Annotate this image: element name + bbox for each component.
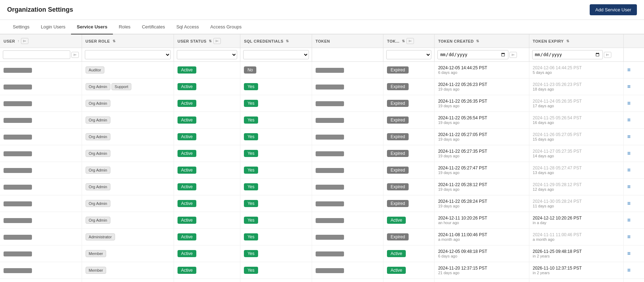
cell-actions: ≡ [623, 129, 644, 145]
col-header-tok-exp[interactable]: TOK... ⇅ ⊢ [383, 34, 435, 48]
cell-status: Active [174, 78, 240, 95]
row-menu-icon[interactable]: ≡ [627, 134, 631, 140]
cell-sql-creds: Yes [240, 162, 312, 179]
created-date-filter[interactable] [437, 50, 508, 59]
row-menu-icon[interactable]: ≡ [627, 150, 631, 156]
cell-user [0, 245, 82, 262]
sql-creds-badge: Yes [244, 150, 258, 157]
cell-actions: ≡ [623, 279, 644, 282]
sql-creds-badge: Yes [244, 233, 258, 240]
col-user-filter-btn[interactable]: ⊢ [21, 38, 28, 44]
nav-tabs: Settings Login Users Service Users Roles… [0, 20, 644, 34]
col-header-user[interactable]: USER ↑ ⊢ [0, 34, 82, 48]
row-menu-icon[interactable]: ≡ [627, 217, 631, 223]
row-menu-icon[interactable]: ≡ [627, 83, 631, 90]
sort-icon-sql: ⇅ [286, 39, 289, 43]
table-header-row: USER ↑ ⊢ USER ROLE ⇅ USER STATUS ⇅ ⊢ [0, 34, 644, 48]
status-filter-select[interactable] [177, 50, 237, 59]
cell-user [0, 279, 82, 282]
cell-actions: ≡ [623, 112, 644, 129]
col-tok-filter-btn[interactable]: ⊢ [406, 38, 414, 44]
status-badge: Active [178, 200, 196, 207]
cell-token [312, 245, 383, 262]
cell-token [312, 78, 383, 95]
cell-token-created: 2024-11-22 05:26:23 PST19 days ago [435, 78, 529, 95]
cell-sql-creds: Yes [240, 229, 312, 245]
cell-status: Active [174, 62, 240, 78]
cell-token-created: 2024-11-22 05:27:35 PST19 days ago [435, 145, 529, 162]
row-menu-icon[interactable]: ≡ [627, 267, 631, 273]
cell-token-created: 2024-11-22 05:27:05 PST19 days ago [435, 129, 529, 145]
filter-cell-status [174, 48, 240, 62]
role-badge: Org Admin [86, 83, 110, 90]
cell-token [312, 212, 383, 229]
row-menu-icon[interactable]: ≡ [627, 100, 631, 106]
filter-cell-role [82, 48, 174, 62]
table-row: AdministratorActiveYesExpired2024-11-08 … [0, 229, 644, 245]
status-badge: Active [178, 217, 196, 224]
col-header-status[interactable]: USER STATUS ⇅ ⊢ [174, 34, 240, 48]
cell-token-created: 2024-11-22 05:26:54 PST19 days ago [435, 112, 529, 129]
user-filter-reset[interactable]: ⊢ [71, 52, 79, 58]
cell-actions: ≡ [623, 195, 644, 212]
row-menu-icon[interactable]: ≡ [627, 234, 631, 240]
cell-role: Org Admin [82, 179, 174, 195]
tok-exp-badge: Expired [387, 66, 409, 74]
role-badge: Org Admin [86, 100, 110, 107]
col-header-role[interactable]: USER ROLE ⇅ [82, 34, 174, 48]
col-header-token: TOKEN [312, 34, 383, 48]
cell-tok-exp: Active [383, 262, 435, 279]
tab-sql-access[interactable]: Sql Access [171, 20, 205, 34]
cell-role: Org Admin [82, 112, 174, 129]
expiry-date-filter[interactable] [532, 50, 603, 59]
row-menu-icon[interactable]: ≡ [627, 167, 631, 173]
tab-settings[interactable]: Settings [7, 20, 35, 34]
tab-access-groups[interactable]: Access Groups [204, 20, 247, 34]
created-date-reset[interactable]: ⊢ [509, 52, 517, 58]
sql-creds-badge: Yes [244, 100, 258, 107]
cell-sql-creds: Yes [240, 129, 312, 145]
cell-role: Org AdminSupport [82, 78, 174, 95]
cell-token-created: 2024-11-22 05:26:35 PST19 days ago [435, 95, 529, 112]
role-filter-select[interactable] [85, 50, 171, 59]
cell-token-created: 2024-12-11 10:20:26 PSTan hour ago [435, 212, 529, 229]
tab-login-users[interactable]: Login Users [35, 20, 71, 34]
col-header-sql[interactable]: SQL CREDENTIALS ⇅ [240, 34, 312, 48]
cell-user [0, 229, 82, 245]
cell-actions: ≡ [623, 78, 644, 95]
row-menu-icon[interactable]: ≡ [627, 184, 631, 190]
cell-sql-creds: Yes [240, 195, 312, 212]
row-menu-icon[interactable]: ≡ [627, 117, 631, 123]
add-service-user-button[interactable]: Add Service User [590, 4, 637, 15]
cell-actions: ≡ [623, 212, 644, 229]
col-header-created[interactable]: TOKEN CREATED ⇅ [435, 34, 529, 48]
cell-token-expiry: 2024-11-11 11:00:46 PSTa month ago [529, 229, 623, 245]
tab-certificates[interactable]: Certificates [136, 20, 171, 34]
cell-token-expiry: 2024-11-25 05:26:54 PST16 days ago [529, 112, 623, 129]
expiry-date-reset[interactable]: ⊢ [604, 52, 611, 58]
col-status-filter-btn[interactable]: ⊢ [213, 38, 221, 44]
role-badge: Org Admin [86, 116, 110, 124]
cell-sql-creds: Yes [240, 279, 312, 282]
sql-filter-select[interactable] [243, 50, 309, 59]
cell-token [312, 112, 383, 129]
filter-row: ⊢ [0, 48, 644, 62]
col-header-expiry[interactable]: TOKEN EXPIRY ⇅ [529, 34, 623, 48]
tok-exp-badge: Expired [387, 83, 409, 90]
tab-roles[interactable]: Roles [113, 20, 136, 34]
cell-status: Active [174, 279, 240, 282]
sql-creds-badge: No [244, 66, 256, 74]
row-menu-icon[interactable]: ≡ [627, 200, 631, 206]
tok-filter-select[interactable] [386, 50, 431, 59]
row-menu-icon[interactable]: ≡ [627, 67, 631, 73]
tab-service-users[interactable]: Service Users [71, 20, 113, 34]
cell-token-created: 2024-11-22 05:28:24 PST19 days ago [435, 195, 529, 212]
cell-tok-exp: Expired [383, 129, 435, 145]
sort-icon-tok: ⇅ [402, 39, 405, 43]
cell-role: Org Admin [82, 95, 174, 112]
cell-actions: ≡ [623, 229, 644, 245]
row-menu-icon[interactable]: ≡ [627, 250, 631, 256]
user-filter-input[interactable] [3, 50, 70, 59]
cell-sql-creds: No [240, 62, 312, 78]
cell-tok-exp: Expired [383, 145, 435, 162]
